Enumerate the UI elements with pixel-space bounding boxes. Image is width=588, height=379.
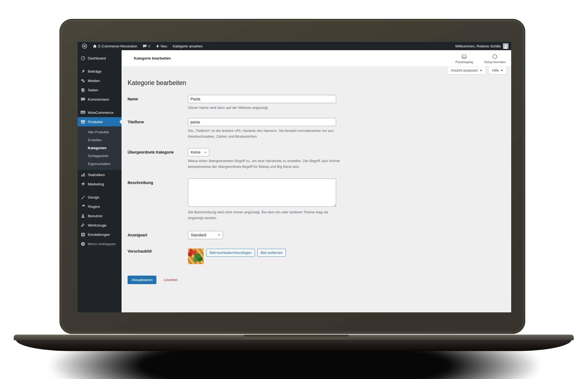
chevron-down-icon <box>501 70 503 72</box>
parent-category-select[interactable]: Keine <box>188 148 209 156</box>
submenu-item-all-products[interactable]: Alle Produkte <box>78 128 122 136</box>
chevron-down-icon <box>218 233 221 236</box>
slug-label: Titelform <box>128 118 188 124</box>
screen-meta-tabs: Ansicht anpassen Hilfe <box>447 67 507 75</box>
brush-icon <box>80 195 85 200</box>
plus-icon <box>156 44 159 48</box>
submenu-item-attributes[interactable]: Eigenschaften <box>78 160 122 168</box>
name-label: Name <box>128 95 188 101</box>
sidebar-item-settings[interactable]: Einstellungen <box>78 230 122 239</box>
thumbnail-label: Vorschaubild <box>128 248 188 253</box>
slug-input[interactable] <box>188 118 336 126</box>
slug-help-text: Die „Titelform“ ist die lesbare URL-Vari… <box>188 128 340 140</box>
edit-category-form: Kategorie bearbeiten Name Dieser Name wi… <box>122 67 511 290</box>
pages-icon <box>80 87 85 92</box>
sidebar-item-pages[interactable]: Seiten <box>78 85 122 95</box>
main-content: Kategorie bearbeiten Posteingang <box>122 50 511 312</box>
display-type-label: Anzeigeart <box>128 231 188 237</box>
delete-link[interactable]: Löschen <box>164 278 178 282</box>
sidebar-item-tools[interactable]: Werkzeuge <box>78 220 122 230</box>
upload-image-button[interactable]: Bild hochladen/hinzufügen <box>206 249 255 257</box>
laptop-base-notch <box>244 335 348 339</box>
new-content-menu-item[interactable]: Neu <box>154 42 169 50</box>
help-button[interactable]: Hilfe <box>488 67 507 75</box>
products-box-icon <box>80 119 85 124</box>
menu-separator <box>78 189 122 193</box>
pin-icon <box>80 69 85 74</box>
submenu-item-tags[interactable]: Schlagwörter <box>78 152 122 160</box>
sidebar-item-posts[interactable]: Beiträge <box>78 67 122 76</box>
products-submenu: Alle Produkte Erstellen Kategorien Schla… <box>78 126 122 170</box>
view-category-link[interactable]: Kategorie ansehen <box>171 42 204 50</box>
category-thumbnail-image <box>188 248 204 264</box>
menu-separator <box>78 63 122 67</box>
description-textarea[interactable] <box>188 179 336 207</box>
site-menu-item[interactable]: E-Commerce-Revolution <box>91 42 139 50</box>
chevron-down-icon <box>480 70 482 72</box>
finish-setup-button[interactable]: Setup beenden <box>484 54 506 64</box>
parent-category-help-text: Weise einen übergeordneten Begriff zu, u… <box>188 158 340 170</box>
sidebar-item-collapse-menu[interactable]: Menü einklappen <box>78 239 122 248</box>
active-menu-arrow <box>117 120 122 124</box>
remove-image-button[interactable]: Bild entfernen <box>257 249 286 257</box>
media-icon <box>80 78 85 83</box>
bar-chart-icon <box>80 172 85 177</box>
screen-options-button[interactable]: Ansicht anpassen <box>447 67 486 75</box>
submenu-item-create[interactable]: Erstellen <box>78 136 122 144</box>
sidebar-item-media[interactable]: Medien <box>78 76 122 85</box>
comments-count: 0 <box>148 44 150 48</box>
megaphone-icon <box>80 182 85 186</box>
avatar[interactable] <box>503 43 508 49</box>
comments-icon <box>80 97 85 102</box>
laptop-base <box>16 340 572 351</box>
laptop-screen: W E-Commerce-Revolution 0 <box>78 42 511 312</box>
header-breadcrumb: Kategorie bearbeiten <box>134 56 171 60</box>
laptop-mockup-stage: W E-Commerce-Revolution 0 <box>0 0 588 379</box>
description-help-text: Die Beschreibung wird nicht immer angeze… <box>188 210 340 221</box>
wordpress-logo-icon[interactable]: W <box>80 42 89 50</box>
sidebar-item-analytics[interactable]: Statistiken <box>78 170 122 179</box>
svg-text:Woo: Woo <box>81 111 85 113</box>
parent-category-label: Übergeordnete Kategorie <box>128 148 188 154</box>
sidebar-item-dashboard[interactable]: Dashboard <box>78 53 122 63</box>
plug-icon <box>80 204 85 209</box>
submenu-item-categories[interactable]: Kategorien <box>78 144 122 152</box>
name-help-text: Dieser Name wird dann auf der Website an… <box>188 105 336 111</box>
woocommerce-icon: Woo <box>80 110 85 115</box>
sidebar-item-comments[interactable]: Kommentare <box>78 95 122 104</box>
comment-bubble-icon <box>143 44 147 48</box>
page-title: Kategorie bearbeiten <box>128 79 506 87</box>
svg-text:W: W <box>83 45 86 48</box>
new-label: Neu <box>161 44 167 48</box>
collapse-arrow-icon <box>80 241 85 246</box>
site-name: E-Commerce-Revolution <box>98 44 137 48</box>
user-icon <box>80 213 85 218</box>
admin-sidebar: Dashboard Beiträge Medien Seiten Ko <box>78 50 122 312</box>
admin-bar: W E-Commerce-Revolution 0 <box>78 42 511 50</box>
home-icon <box>93 44 97 48</box>
comments-menu-item[interactable]: 0 <box>141 42 152 50</box>
dashboard-icon <box>80 56 85 61</box>
sliders-icon <box>80 232 85 237</box>
sidebar-item-products[interactable]: Produkte <box>78 117 122 126</box>
user-greeting[interactable]: Willkommen, Roberto Schille <box>455 44 501 48</box>
update-button[interactable]: Aktualisieren <box>128 276 156 284</box>
description-label: Beschreibung <box>128 179 188 185</box>
activity-header: Kategorie bearbeiten Posteingang <box>122 50 511 67</box>
display-type-select[interactable]: Standard <box>188 231 223 239</box>
sidebar-item-marketing[interactable]: Marketing <box>78 179 122 189</box>
sidebar-item-appearance[interactable]: Design <box>78 193 122 202</box>
chevron-down-icon <box>204 150 207 153</box>
sidebar-item-plugins[interactable]: Plugins <box>78 202 122 211</box>
inbox-icon <box>462 54 467 59</box>
sidebar-item-users[interactable]: Benutzer <box>78 211 122 220</box>
menu-separator <box>78 104 122 108</box>
inbox-button[interactable]: Posteingang <box>454 54 475 64</box>
wrench-icon <box>80 223 85 228</box>
circle-progress-icon <box>492 54 497 59</box>
sidebar-item-woocommerce[interactable]: Woo WooCommerce <box>78 108 122 117</box>
name-input[interactable] <box>188 95 336 103</box>
